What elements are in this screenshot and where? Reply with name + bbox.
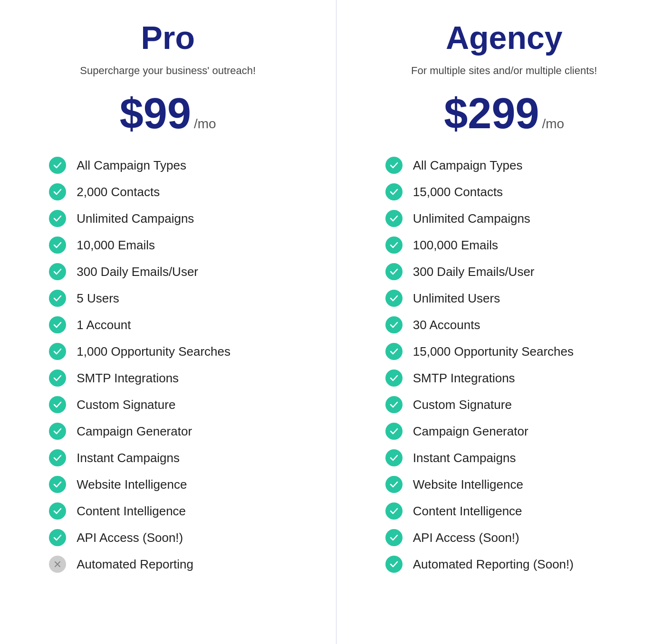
check-icon [49, 290, 66, 307]
feature-text: 300 Daily Emails/User [77, 265, 198, 279]
feature-text: 1,000 Opportunity Searches [77, 344, 230, 359]
list-item: 1 Account [49, 312, 287, 338]
list-item: Campaign Generator [49, 418, 287, 445]
pricing-container: ProSupercharge your business' outreach!$… [0, 0, 672, 644]
check-icon [49, 369, 66, 387]
list-item: Content Intelligence [49, 498, 287, 524]
list-item: 100,000 Emails [385, 232, 623, 258]
list-item: 15,000 Contacts [385, 179, 623, 205]
agency-features-list: All Campaign Types 15,000 Contacts Unlim… [385, 152, 623, 578]
check-icon [385, 556, 403, 573]
check-icon [49, 476, 66, 493]
agency-price-amount: $299 [444, 92, 539, 135]
list-item: Unlimited Campaigns [385, 205, 623, 232]
check-icon [385, 343, 403, 360]
list-item: Instant Campaigns [49, 445, 287, 471]
list-item: API Access (Soon!) [385, 524, 623, 551]
list-item: Instant Campaigns [385, 445, 623, 471]
list-item: Unlimited Campaigns [49, 205, 287, 232]
list-item: 1,000 Opportunity Searches [49, 338, 287, 365]
feature-text: Unlimited Campaigns [413, 211, 530, 226]
check-icon [385, 396, 403, 413]
feature-text: API Access (Soon!) [77, 530, 183, 545]
check-icon [49, 183, 66, 200]
agency-price-period: /mo [542, 116, 565, 132]
list-item: Automated Reporting (Soon!) [385, 551, 623, 578]
pro-price-amount: $99 [120, 92, 191, 135]
check-icon [385, 369, 403, 387]
check-icon [49, 157, 66, 174]
check-icon [385, 290, 403, 307]
feature-text: 10,000 Emails [77, 238, 155, 253]
feature-text: Content Intelligence [413, 504, 522, 519]
pro-price-period: /mo [194, 116, 216, 132]
feature-text: Custom Signature [413, 398, 512, 412]
list-item: 2,000 Contacts [49, 179, 287, 205]
feature-text: 2,000 Contacts [77, 185, 160, 199]
check-icon [49, 237, 66, 254]
feature-text: SMTP Integrations [77, 371, 179, 386]
pro-features-list: All Campaign Types 2,000 Contacts Unlimi… [49, 152, 287, 578]
check-icon [385, 529, 403, 546]
feature-text: Campaign Generator [413, 424, 528, 439]
feature-text: Website Intelligence [413, 477, 523, 492]
feature-text: Instant Campaigns [413, 451, 516, 465]
list-item: 15,000 Opportunity Searches [385, 338, 623, 365]
feature-text: Unlimited Users [413, 291, 500, 306]
check-icon [385, 502, 403, 520]
feature-text: Instant Campaigns [77, 451, 180, 465]
check-icon [49, 396, 66, 413]
list-item: SMTP Integrations [49, 365, 287, 391]
list-item: 300 Daily Emails/User [385, 258, 623, 285]
check-icon [49, 529, 66, 546]
check-icon [385, 476, 403, 493]
list-item: 5 Users [49, 285, 287, 312]
check-icon [49, 502, 66, 520]
list-item: Campaign Generator [385, 418, 623, 445]
pro-subtitle: Supercharge your business' outreach! [80, 65, 256, 77]
list-item: 30 Accounts [385, 312, 623, 338]
feature-text: 15,000 Contacts [413, 185, 503, 199]
check-icon [49, 263, 66, 280]
check-icon [49, 449, 66, 466]
feature-text: 100,000 Emails [413, 238, 498, 253]
plan-agency: AgencyFor multiple sites and/or multiple… [336, 0, 672, 644]
list-item: All Campaign Types [49, 152, 287, 179]
check-icon [49, 210, 66, 227]
check-icon [385, 210, 403, 227]
check-icon [385, 237, 403, 254]
list-item: Website Intelligence [385, 471, 623, 498]
feature-text: Automated Reporting [77, 557, 193, 572]
list-item: Content Intelligence [385, 498, 623, 524]
check-icon [385, 263, 403, 280]
feature-text: Unlimited Campaigns [77, 211, 194, 226]
feature-text: API Access (Soon!) [413, 530, 519, 545]
list-item: Custom Signature [385, 391, 623, 418]
feature-text: Custom Signature [77, 398, 175, 412]
check-icon [49, 316, 66, 333]
feature-text: 5 Users [77, 291, 119, 306]
check-icon [385, 449, 403, 466]
check-icon [385, 157, 403, 174]
feature-text: All Campaign Types [77, 158, 186, 173]
list-item: Website Intelligence [49, 471, 287, 498]
list-item: All Campaign Types [385, 152, 623, 179]
check-icon [49, 423, 66, 440]
feature-text: 300 Daily Emails/User [413, 265, 535, 279]
feature-text: Campaign Generator [77, 424, 192, 439]
feature-text: All Campaign Types [413, 158, 523, 173]
agency-price: $299/mo [444, 92, 564, 135]
check-icon [385, 316, 403, 333]
list-item: SMTP Integrations [385, 365, 623, 391]
list-item: Automated Reporting [49, 551, 287, 578]
agency-subtitle: For multiple sites and/or multiple clien… [411, 65, 597, 77]
list-item: API Access (Soon!) [49, 524, 287, 551]
feature-text: Automated Reporting (Soon!) [413, 557, 574, 572]
feature-text: SMTP Integrations [413, 371, 515, 386]
feature-text: 30 Accounts [413, 318, 480, 332]
check-icon [385, 423, 403, 440]
feature-text: Content Intelligence [77, 504, 186, 519]
feature-text: Website Intelligence [77, 477, 187, 492]
list-item: Unlimited Users [385, 285, 623, 312]
list-item: 300 Daily Emails/User [49, 258, 287, 285]
